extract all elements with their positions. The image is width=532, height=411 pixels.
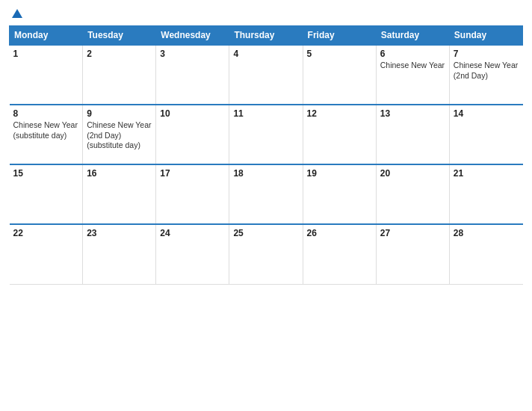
calendar-cell-2: 2 <box>83 45 156 105</box>
calendar-cell-20: 20 <box>376 164 449 224</box>
day-number: 7 <box>454 49 519 59</box>
weekday-saturday: Saturday <box>376 26 449 46</box>
calendar-cell-6: 6Chinese New Year <box>376 45 449 105</box>
calendar-cell-21: 21 <box>449 164 522 224</box>
weekday-monday: Monday <box>10 26 83 46</box>
day-number: 5 <box>307 49 372 59</box>
calendar-header <box>9 7 523 21</box>
day-number: 12 <box>307 108 372 119</box>
day-number: 14 <box>454 108 519 119</box>
calendar-cell-10: 10 <box>156 105 229 164</box>
calendar-cell-17: 17 <box>156 164 229 224</box>
day-number: 27 <box>380 228 445 238</box>
logo <box>9 7 24 21</box>
event-text: Chinese New Year(2nd Day)(substitute day… <box>87 120 152 151</box>
day-number: 26 <box>307 228 372 238</box>
calendar-cell-19: 19 <box>303 164 376 224</box>
calendar-cell-26: 26 <box>303 224 376 284</box>
calendar-cell-23: 23 <box>83 224 156 284</box>
event-text: Chinese New Year(2nd Day) <box>454 61 519 81</box>
day-number: 16 <box>87 168 152 179</box>
day-number: 11 <box>233 108 298 119</box>
svg-marker-0 <box>12 9 22 18</box>
day-number: 15 <box>13 168 79 179</box>
weekday-header-row: MondayTuesdayWednesdayThursdayFridaySatu… <box>10 26 523 46</box>
calendar-cell-14: 14 <box>449 105 522 164</box>
day-number: 25 <box>233 228 298 238</box>
weekday-sunday: Sunday <box>449 26 522 46</box>
calendar-cell-16: 16 <box>83 164 156 224</box>
calendar-cell-9: 9Chinese New Year(2nd Day)(substitute da… <box>83 105 156 164</box>
day-number: 24 <box>160 228 225 238</box>
calendar-cell-27: 27 <box>376 224 449 284</box>
day-number: 1 <box>13 49 79 59</box>
day-number: 6 <box>380 49 445 59</box>
day-number: 10 <box>160 108 225 119</box>
calendar-cell-18: 18 <box>229 164 303 224</box>
weekday-friday: Friday <box>303 26 376 46</box>
day-number: 23 <box>87 228 152 238</box>
logo-icon <box>10 7 24 21</box>
calendar-week-1: 123456Chinese New Year7Chinese New Year(… <box>10 45 523 105</box>
day-number: 13 <box>380 108 445 119</box>
calendar-page: MondayTuesdayWednesdayThursdayFridaySatu… <box>0 0 532 411</box>
calendar-cell-8: 8Chinese New Year(substitute day) <box>10 105 83 164</box>
day-number: 20 <box>380 168 445 179</box>
day-number: 28 <box>454 228 519 238</box>
calendar-cell-25: 25 <box>229 224 303 284</box>
day-number: 17 <box>160 168 225 179</box>
day-number: 2 <box>87 49 152 59</box>
calendar-cell-13: 13 <box>376 105 449 164</box>
day-number: 9 <box>87 108 152 119</box>
calendar-cell-24: 24 <box>156 224 229 284</box>
calendar-week-3: 15161718192021 <box>10 164 523 224</box>
event-text: Chinese New Year(substitute day) <box>13 120 79 140</box>
day-number: 21 <box>454 168 519 179</box>
calendar-cell-1: 1 <box>10 45 83 105</box>
calendar-cell-4: 4 <box>229 45 303 105</box>
calendar-cell-7: 7Chinese New Year(2nd Day) <box>449 45 522 105</box>
calendar-cell-3: 3 <box>156 45 229 105</box>
calendar-week-2: 8Chinese New Year(substitute day)9Chines… <box>10 105 523 164</box>
day-number: 18 <box>233 168 298 179</box>
day-number: 19 <box>307 168 372 179</box>
weekday-thursday: Thursday <box>229 26 303 46</box>
day-number: 22 <box>13 228 79 238</box>
weekday-tuesday: Tuesday <box>83 26 156 46</box>
calendar-cell-5: 5 <box>303 45 376 105</box>
day-number: 3 <box>160 49 225 59</box>
calendar-week-4: 22232425262728 <box>10 224 523 284</box>
calendar-cell-22: 22 <box>10 224 83 284</box>
calendar-cell-11: 11 <box>229 105 303 164</box>
weekday-wednesday: Wednesday <box>156 26 229 46</box>
event-text: Chinese New Year <box>380 61 445 71</box>
calendar-cell-15: 15 <box>10 164 83 224</box>
day-number: 8 <box>13 108 79 119</box>
calendar-cell-28: 28 <box>449 224 522 284</box>
calendar-table: MondayTuesdayWednesdayThursdayFridaySatu… <box>9 25 523 285</box>
day-number: 4 <box>233 49 298 59</box>
calendar-cell-12: 12 <box>303 105 376 164</box>
